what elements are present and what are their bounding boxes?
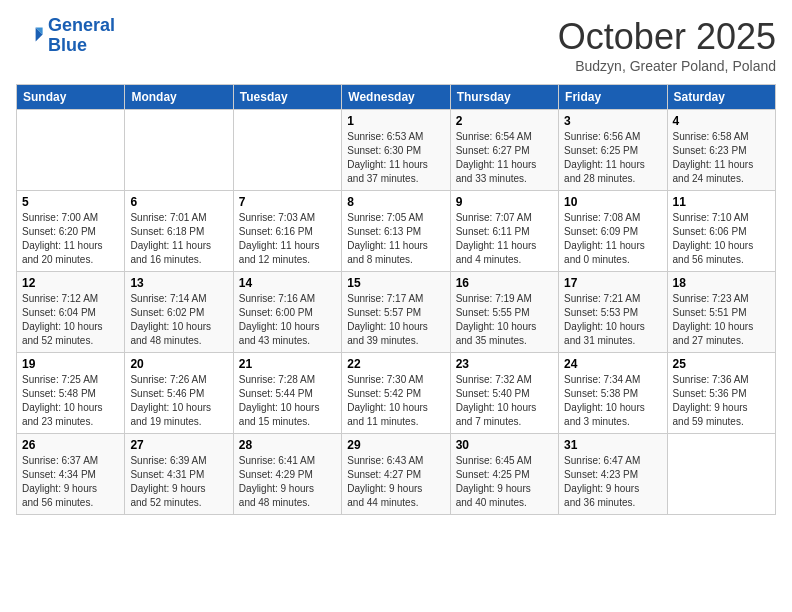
- calendar-cell: 9Sunrise: 7:07 AM Sunset: 6:11 PM Daylig…: [450, 191, 558, 272]
- day-info: Sunrise: 7:26 AM Sunset: 5:46 PM Dayligh…: [130, 373, 227, 429]
- day-info: Sunrise: 6:39 AM Sunset: 4:31 PM Dayligh…: [130, 454, 227, 510]
- calendar-cell: 17Sunrise: 7:21 AM Sunset: 5:53 PM Dayli…: [559, 272, 667, 353]
- day-info: Sunrise: 6:56 AM Sunset: 6:25 PM Dayligh…: [564, 130, 661, 186]
- calendar-week-1: 1Sunrise: 6:53 AM Sunset: 6:30 PM Daylig…: [17, 110, 776, 191]
- day-info: Sunrise: 7:32 AM Sunset: 5:40 PM Dayligh…: [456, 373, 553, 429]
- column-header-thursday: Thursday: [450, 85, 558, 110]
- calendar-cell: 10Sunrise: 7:08 AM Sunset: 6:09 PM Dayli…: [559, 191, 667, 272]
- calendar-cell: 29Sunrise: 6:43 AM Sunset: 4:27 PM Dayli…: [342, 434, 450, 515]
- column-header-sunday: Sunday: [17, 85, 125, 110]
- day-info: Sunrise: 6:45 AM Sunset: 4:25 PM Dayligh…: [456, 454, 553, 510]
- calendar-cell: 22Sunrise: 7:30 AM Sunset: 5:42 PM Dayli…: [342, 353, 450, 434]
- calendar-week-2: 5Sunrise: 7:00 AM Sunset: 6:20 PM Daylig…: [17, 191, 776, 272]
- calendar-cell: 4Sunrise: 6:58 AM Sunset: 6:23 PM Daylig…: [667, 110, 775, 191]
- calendar-cell: 21Sunrise: 7:28 AM Sunset: 5:44 PM Dayli…: [233, 353, 341, 434]
- calendar-cell: 5Sunrise: 7:00 AM Sunset: 6:20 PM Daylig…: [17, 191, 125, 272]
- calendar-cell: 3Sunrise: 6:56 AM Sunset: 6:25 PM Daylig…: [559, 110, 667, 191]
- day-number: 10: [564, 195, 661, 209]
- day-info: Sunrise: 7:25 AM Sunset: 5:48 PM Dayligh…: [22, 373, 119, 429]
- day-number: 20: [130, 357, 227, 371]
- calendar-cell: 18Sunrise: 7:23 AM Sunset: 5:51 PM Dayli…: [667, 272, 775, 353]
- day-number: 13: [130, 276, 227, 290]
- day-number: 30: [456, 438, 553, 452]
- day-number: 29: [347, 438, 444, 452]
- day-number: 26: [22, 438, 119, 452]
- day-number: 5: [22, 195, 119, 209]
- day-number: 18: [673, 276, 770, 290]
- day-number: 23: [456, 357, 553, 371]
- calendar-week-4: 19Sunrise: 7:25 AM Sunset: 5:48 PM Dayli…: [17, 353, 776, 434]
- day-number: 15: [347, 276, 444, 290]
- calendar-cell: 11Sunrise: 7:10 AM Sunset: 6:06 PM Dayli…: [667, 191, 775, 272]
- calendar-header-row: SundayMondayTuesdayWednesdayThursdayFrid…: [17, 85, 776, 110]
- calendar-cell: 19Sunrise: 7:25 AM Sunset: 5:48 PM Dayli…: [17, 353, 125, 434]
- calendar-cell: 25Sunrise: 7:36 AM Sunset: 5:36 PM Dayli…: [667, 353, 775, 434]
- calendar-cell: 16Sunrise: 7:19 AM Sunset: 5:55 PM Dayli…: [450, 272, 558, 353]
- day-number: 1: [347, 114, 444, 128]
- calendar-cell: 15Sunrise: 7:17 AM Sunset: 5:57 PM Dayli…: [342, 272, 450, 353]
- subtitle: Budzyn, Greater Poland, Poland: [558, 58, 776, 74]
- day-info: Sunrise: 7:12 AM Sunset: 6:04 PM Dayligh…: [22, 292, 119, 348]
- logo-text: General Blue: [48, 16, 115, 56]
- day-number: 4: [673, 114, 770, 128]
- day-info: Sunrise: 7:17 AM Sunset: 5:57 PM Dayligh…: [347, 292, 444, 348]
- day-number: 3: [564, 114, 661, 128]
- day-number: 9: [456, 195, 553, 209]
- column-header-wednesday: Wednesday: [342, 85, 450, 110]
- calendar-table: SundayMondayTuesdayWednesdayThursdayFrid…: [16, 84, 776, 515]
- calendar-cell: 6Sunrise: 7:01 AM Sunset: 6:18 PM Daylig…: [125, 191, 233, 272]
- calendar-cell: 7Sunrise: 7:03 AM Sunset: 6:16 PM Daylig…: [233, 191, 341, 272]
- day-info: Sunrise: 7:36 AM Sunset: 5:36 PM Dayligh…: [673, 373, 770, 429]
- logo-icon: [16, 22, 44, 50]
- calendar-cell: [233, 110, 341, 191]
- day-info: Sunrise: 6:47 AM Sunset: 4:23 PM Dayligh…: [564, 454, 661, 510]
- day-info: Sunrise: 7:01 AM Sunset: 6:18 PM Dayligh…: [130, 211, 227, 267]
- day-info: Sunrise: 7:23 AM Sunset: 5:51 PM Dayligh…: [673, 292, 770, 348]
- day-number: 6: [130, 195, 227, 209]
- calendar-cell: 31Sunrise: 6:47 AM Sunset: 4:23 PM Dayli…: [559, 434, 667, 515]
- column-header-tuesday: Tuesday: [233, 85, 341, 110]
- column-header-monday: Monday: [125, 85, 233, 110]
- calendar-cell: [17, 110, 125, 191]
- day-info: Sunrise: 7:16 AM Sunset: 6:00 PM Dayligh…: [239, 292, 336, 348]
- day-info: Sunrise: 7:03 AM Sunset: 6:16 PM Dayligh…: [239, 211, 336, 267]
- day-info: Sunrise: 6:54 AM Sunset: 6:27 PM Dayligh…: [456, 130, 553, 186]
- calendar-cell: 30Sunrise: 6:45 AM Sunset: 4:25 PM Dayli…: [450, 434, 558, 515]
- day-info: Sunrise: 6:43 AM Sunset: 4:27 PM Dayligh…: [347, 454, 444, 510]
- calendar-cell: 27Sunrise: 6:39 AM Sunset: 4:31 PM Dayli…: [125, 434, 233, 515]
- day-info: Sunrise: 7:10 AM Sunset: 6:06 PM Dayligh…: [673, 211, 770, 267]
- day-number: 28: [239, 438, 336, 452]
- day-number: 14: [239, 276, 336, 290]
- calendar-cell: 28Sunrise: 6:41 AM Sunset: 4:29 PM Dayli…: [233, 434, 341, 515]
- day-info: Sunrise: 6:53 AM Sunset: 6:30 PM Dayligh…: [347, 130, 444, 186]
- day-number: 17: [564, 276, 661, 290]
- day-number: 27: [130, 438, 227, 452]
- day-info: Sunrise: 7:07 AM Sunset: 6:11 PM Dayligh…: [456, 211, 553, 267]
- logo: General Blue: [16, 16, 115, 56]
- day-info: Sunrise: 7:14 AM Sunset: 6:02 PM Dayligh…: [130, 292, 227, 348]
- calendar-cell: 13Sunrise: 7:14 AM Sunset: 6:02 PM Dayli…: [125, 272, 233, 353]
- day-info: Sunrise: 7:19 AM Sunset: 5:55 PM Dayligh…: [456, 292, 553, 348]
- day-info: Sunrise: 7:21 AM Sunset: 5:53 PM Dayligh…: [564, 292, 661, 348]
- calendar-cell: [125, 110, 233, 191]
- day-number: 22: [347, 357, 444, 371]
- day-number: 31: [564, 438, 661, 452]
- calendar-cell: 23Sunrise: 7:32 AM Sunset: 5:40 PM Dayli…: [450, 353, 558, 434]
- day-info: Sunrise: 6:37 AM Sunset: 4:34 PM Dayligh…: [22, 454, 119, 510]
- day-number: 16: [456, 276, 553, 290]
- day-number: 21: [239, 357, 336, 371]
- day-number: 12: [22, 276, 119, 290]
- calendar-cell: [667, 434, 775, 515]
- title-block: October 2025 Budzyn, Greater Poland, Pol…: [558, 16, 776, 74]
- calendar-cell: 8Sunrise: 7:05 AM Sunset: 6:13 PM Daylig…: [342, 191, 450, 272]
- calendar-cell: 2Sunrise: 6:54 AM Sunset: 6:27 PM Daylig…: [450, 110, 558, 191]
- day-info: Sunrise: 6:58 AM Sunset: 6:23 PM Dayligh…: [673, 130, 770, 186]
- calendar-cell: 14Sunrise: 7:16 AM Sunset: 6:00 PM Dayli…: [233, 272, 341, 353]
- calendar-body: 1Sunrise: 6:53 AM Sunset: 6:30 PM Daylig…: [17, 110, 776, 515]
- day-info: Sunrise: 6:41 AM Sunset: 4:29 PM Dayligh…: [239, 454, 336, 510]
- day-info: Sunrise: 7:05 AM Sunset: 6:13 PM Dayligh…: [347, 211, 444, 267]
- day-number: 7: [239, 195, 336, 209]
- day-number: 19: [22, 357, 119, 371]
- calendar-cell: 26Sunrise: 6:37 AM Sunset: 4:34 PM Dayli…: [17, 434, 125, 515]
- day-info: Sunrise: 7:00 AM Sunset: 6:20 PM Dayligh…: [22, 211, 119, 267]
